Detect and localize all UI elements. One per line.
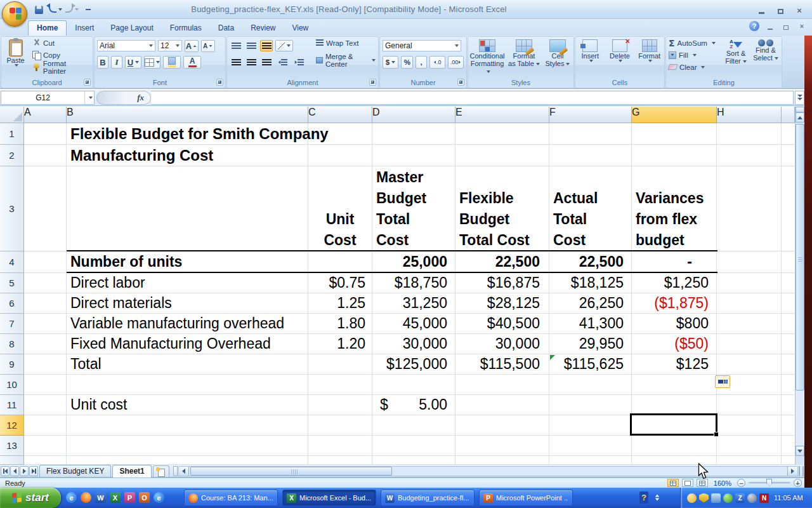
task-excel-active[interactable]: X Microsoft Excel - Bud...	[282, 490, 376, 506]
row-header-8[interactable]: 8	[0, 334, 24, 354]
column-header-c[interactable]: C	[308, 107, 372, 123]
cell-d8[interactable]: 30,000	[372, 334, 455, 354]
zoom-in-button[interactable]: +	[794, 479, 802, 487]
insert-cells-button[interactable]: Insert	[576, 37, 604, 62]
delete-cells-button[interactable]: × Delete	[606, 37, 634, 62]
sort-filter-button[interactable]: AZ Sort &Filter	[721, 37, 751, 73]
cell-c8[interactable]: 1.20	[308, 334, 372, 354]
cell-c5[interactable]: $0.75	[308, 273, 372, 293]
help-notification-icon[interactable]: ?	[639, 491, 648, 504]
internet-explorer-icon[interactable]: e	[66, 492, 77, 503]
cell-e4[interactable]: 22,500	[455, 251, 549, 273]
autosum-button[interactable]: ΣAutoSum	[666, 37, 721, 49]
cell-d5[interactable]: $18,750	[372, 273, 455, 293]
cell-d3-header[interactable]: Master Budget Total Cost	[372, 166, 455, 251]
cell-b1-title[interactable]: Flexible Budget for Smith Company	[67, 123, 308, 145]
cell-c6[interactable]: 1.25	[308, 293, 372, 314]
cell-e8[interactable]: 30,000	[455, 334, 549, 354]
first-sheet-button[interactable]	[1, 466, 10, 476]
task-powerpoint[interactable]: P Microsoft PowerPoint ...	[479, 490, 573, 506]
font-family-select[interactable]: Arial	[97, 40, 155, 51]
normal-view-button[interactable]	[667, 479, 679, 487]
cell-e5[interactable]: $16,875	[455, 273, 549, 293]
zoom-slider-handle[interactable]	[766, 479, 772, 486]
excel-icon[interactable]: X	[110, 492, 121, 503]
tab-scroll-split[interactable]	[173, 466, 178, 476]
expand-formula-bar-button[interactable]	[795, 91, 804, 105]
cell-f9[interactable]: $115,625	[549, 354, 632, 375]
cell-g6-negative[interactable]: ($1,875)	[632, 293, 717, 314]
align-left-button[interactable]	[230, 57, 242, 68]
tray-zoom-icon[interactable]: Z	[735, 493, 745, 503]
close-button[interactable]: ×	[793, 5, 806, 14]
format-as-table-button[interactable]: Formatas Table	[508, 37, 540, 75]
task-word-budgeting[interactable]: W Budgeting_practice-fl...	[381, 490, 475, 506]
help-button[interactable]: ?	[749, 21, 759, 31]
increase-indent-button[interactable]	[292, 57, 306, 68]
scroll-up-button[interactable]	[796, 112, 804, 123]
page-layout-view-button[interactable]	[682, 479, 693, 487]
row-header-14-partial[interactable]	[0, 456, 24, 465]
align-center-button[interactable]	[245, 57, 258, 68]
shrink-font-button[interactable]: A	[201, 40, 215, 52]
find-select-button[interactable]: Find &Select	[751, 37, 780, 73]
select-all-corner[interactable]	[0, 107, 24, 123]
clipboard-dialog-launcher[interactable]	[84, 79, 91, 86]
vertical-split-handle[interactable]	[796, 107, 804, 112]
cell-g9[interactable]: $125	[632, 354, 717, 375]
last-sheet-button[interactable]	[29, 466, 38, 476]
cell-f8[interactable]: 29,950	[549, 334, 632, 354]
font-dialog-launcher[interactable]	[216, 79, 223, 86]
bottom-align-button[interactable]	[260, 40, 273, 51]
cell-d9[interactable]: $125,000	[372, 354, 455, 375]
tab-view[interactable]: View	[284, 21, 317, 36]
horizontal-scroll-thumb[interactable]	[190, 467, 392, 476]
zoom-slider-track[interactable]	[749, 482, 790, 484]
clear-button[interactable]: Clear	[666, 61, 721, 73]
cell-e3-header[interactable]: Flexible Budget Total Cost	[455, 166, 549, 251]
cell-d6[interactable]: 31,250	[372, 293, 455, 314]
number-dialog-launcher[interactable]	[457, 79, 464, 86]
vertical-scrollbar[interactable]	[795, 107, 804, 465]
cell-g8-negative[interactable]: ($50)	[632, 334, 717, 354]
cell-g4[interactable]: -	[632, 251, 717, 273]
tray-tools-icon[interactable]	[711, 493, 721, 503]
percent-style-button[interactable]: %	[401, 56, 413, 69]
cell-f3-header[interactable]: Actual Total Cost	[549, 166, 632, 251]
tab-data[interactable]: Data	[210, 21, 242, 36]
tray-updates-icon[interactable]	[723, 493, 733, 503]
row-header-11[interactable]: 11	[0, 395, 24, 415]
sheet-tab-flex-budget-key[interactable]: Flex Budget KEY	[39, 465, 111, 477]
column-header-a[interactable]: A	[24, 107, 67, 123]
grow-font-button[interactable]: A	[185, 40, 199, 52]
cell-d4[interactable]: 25,000	[372, 251, 455, 273]
task-firefox-course[interactable]: Course: BA 213: Man...	[184, 490, 278, 506]
column-header-b[interactable]: B	[67, 107, 308, 123]
row-header-6[interactable]: 6	[0, 293, 24, 314]
row-header-3[interactable]: 3	[0, 166, 24, 251]
restore-button[interactable]	[774, 5, 787, 14]
workbook-restore-button[interactable]	[781, 22, 791, 30]
active-cell-border[interactable]	[630, 413, 717, 436]
zoom-level[interactable]: 160%	[714, 479, 731, 487]
column-header-g-selected[interactable]: G	[632, 107, 717, 123]
cell-f4[interactable]: 22,500	[549, 251, 632, 273]
tray-messenger-icon[interactable]	[687, 493, 697, 503]
row-header-5[interactable]: 5	[0, 273, 24, 293]
tray-netsupport-icon[interactable]: N	[759, 493, 769, 503]
cell-e7[interactable]: $40,500	[455, 314, 549, 334]
name-box-dropdown[interactable]	[84, 91, 94, 104]
vertical-scroll-thumb[interactable]	[796, 124, 804, 391]
row-header-1[interactable]: 1	[0, 123, 24, 145]
cell-e6[interactable]: $28,125	[455, 293, 549, 314]
tab-home[interactable]: Home	[28, 20, 67, 36]
minimize-button[interactable]	[755, 5, 768, 14]
spreadsheet-grid[interactable]: A B C D E F G H 1 Flexible Budget for Sm…	[0, 107, 795, 465]
cell-f5[interactable]: $18,125	[549, 273, 632, 293]
cell-b11[interactable]: Unit cost	[67, 395, 308, 415]
cell-b4[interactable]: Number of units	[67, 251, 308, 273]
cut-button[interactable]: Cut	[30, 37, 93, 49]
fill-color-button[interactable]	[163, 56, 181, 69]
cell-c7[interactable]: 1.80	[308, 314, 372, 334]
workbook-minimize-button[interactable]	[765, 22, 775, 30]
